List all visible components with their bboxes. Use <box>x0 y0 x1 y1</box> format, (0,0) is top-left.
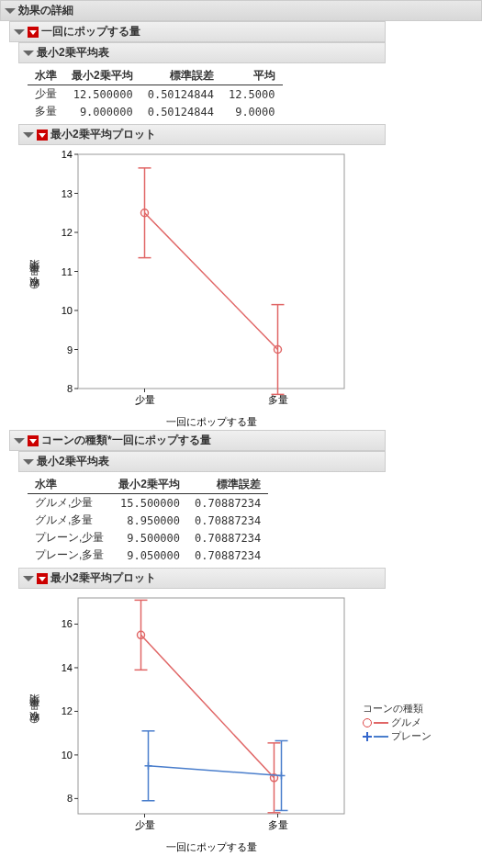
svg-text:12: 12 <box>62 227 73 238</box>
table-row: プレーン,多量 9.050000 0.70887234 <box>28 547 268 564</box>
svg-text:9: 9 <box>67 344 73 355</box>
plus-marker-icon <box>363 732 372 741</box>
plot1-title: 最小2乗平均プロット <box>50 127 156 142</box>
plot2-header[interactable]: 最小2乗平均プロット <box>18 568 386 589</box>
circle-marker-icon <box>363 718 372 727</box>
svg-text:少量: 少量 <box>135 394 155 405</box>
redmenu-icon[interactable] <box>28 435 39 446</box>
table-header-row: 水準 最小2乗平均 標準誤差 平均 <box>28 67 283 85</box>
disclosure-icon[interactable] <box>14 438 25 444</box>
svg-text:8: 8 <box>67 793 73 804</box>
chart-svg: 810121416少量多量一回にポップする量 <box>41 589 353 855</box>
legend-item: グルメ <box>363 716 432 729</box>
plot1-header[interactable]: 最小2乗平均プロット <box>18 124 386 145</box>
svg-text:14: 14 <box>62 149 73 160</box>
svg-text:12: 12 <box>62 705 73 716</box>
plot2-title: 最小2乗平均プロット <box>50 570 156 586</box>
col-lsmean: 最小2乗平均 <box>64 67 140 85</box>
line-swatch-icon <box>374 736 388 738</box>
root-header[interactable]: 効果の詳細 <box>0 0 482 21</box>
table-row: グルメ,少量 15.500000 0.70887234 <box>28 494 268 513</box>
col-level: 水準 <box>28 67 64 85</box>
table2-title: 最小2乗平均表 <box>37 454 109 469</box>
lsmeans-table-1: 水準 最小2乗平均 標準誤差 平均 少量 12.500000 0.5012484… <box>28 67 283 120</box>
section1-title: 一回にポップする量 <box>41 24 140 39</box>
svg-rect-0 <box>78 154 344 389</box>
svg-rect-28 <box>78 598 344 814</box>
table1-header[interactable]: 最小2乗平均表 <box>18 42 386 63</box>
disclosure-icon[interactable] <box>23 459 34 465</box>
svg-text:一回にポップする量: 一回にポップする量 <box>166 416 257 428</box>
legend-title: コーンの種類 <box>363 702 432 716</box>
disclosure-icon[interactable] <box>5 8 16 14</box>
table-row: 少量 12.500000 0.50124844 12.5000 <box>28 85 283 104</box>
table-row: グルメ,多量 8.950000 0.70887234 <box>28 512 268 529</box>
lsmeans-plot-1: 収率の最小2乗平均 891011121314少量多量一回にポップする量 <box>28 145 482 430</box>
section2-header[interactable]: コーンの種類*一回にポップする量 <box>9 430 386 451</box>
svg-text:11: 11 <box>62 266 73 277</box>
col-stderr: 標準誤差 <box>187 476 268 494</box>
redmenu-icon[interactable] <box>37 573 48 584</box>
table-row: プレーン,少量 9.500000 0.70887234 <box>28 529 268 547</box>
svg-text:16: 16 <box>62 618 73 629</box>
table1-title: 最小2乗平均表 <box>37 45 109 61</box>
redmenu-icon[interactable] <box>28 27 39 38</box>
table-row: 多量 9.000000 0.50124844 9.0000 <box>28 103 283 120</box>
disclosure-icon[interactable] <box>23 51 34 56</box>
lsmeans-plot-2: 収率の最小2乗平均 810121416少量多量一回にポップする量 コーンの種類 … <box>28 589 482 855</box>
svg-text:13: 13 <box>62 188 73 199</box>
legend: コーンの種類 グルメ プレーン <box>363 702 432 743</box>
svg-text:多量: 多量 <box>268 394 288 405</box>
legend-item: プレーン <box>363 729 432 743</box>
section1-header[interactable]: 一回にポップする量 <box>9 21 386 42</box>
line-swatch-icon <box>374 722 388 724</box>
svg-text:多量: 多量 <box>268 819 288 830</box>
disclosure-icon[interactable] <box>23 576 34 581</box>
table-header-row: 水準 最小2乗平均 標準誤差 <box>28 476 268 494</box>
y-axis-label: 収率の最小2乗平均 <box>28 278 41 296</box>
svg-text:8: 8 <box>67 383 73 394</box>
disclosure-icon[interactable] <box>14 29 25 35</box>
chart-svg: 891011121314少量多量一回にポップする量 <box>41 145 353 430</box>
lsmeans-table-2: 水準 最小2乗平均 標準誤差 グルメ,少量 15.500000 0.708872… <box>28 476 268 564</box>
col-mean: 平均 <box>221 67 283 85</box>
y-axis-label: 収率の最小2乗平均 <box>28 713 41 730</box>
svg-text:14: 14 <box>62 662 73 673</box>
col-level: 水準 <box>28 476 111 494</box>
root-title: 効果の詳細 <box>18 3 73 18</box>
col-stderr: 標準誤差 <box>140 67 221 85</box>
svg-text:少量: 少量 <box>135 819 155 830</box>
table2-header[interactable]: 最小2乗平均表 <box>18 451 386 472</box>
svg-text:10: 10 <box>62 305 73 316</box>
svg-text:一回にポップする量: 一回にポップする量 <box>166 841 257 853</box>
redmenu-icon[interactable] <box>37 130 48 141</box>
col-lsmean: 最小2乗平均 <box>111 476 187 494</box>
section2-title: コーンの種類*一回にポップする量 <box>41 433 211 448</box>
svg-text:10: 10 <box>62 750 73 761</box>
disclosure-icon[interactable] <box>23 132 34 138</box>
